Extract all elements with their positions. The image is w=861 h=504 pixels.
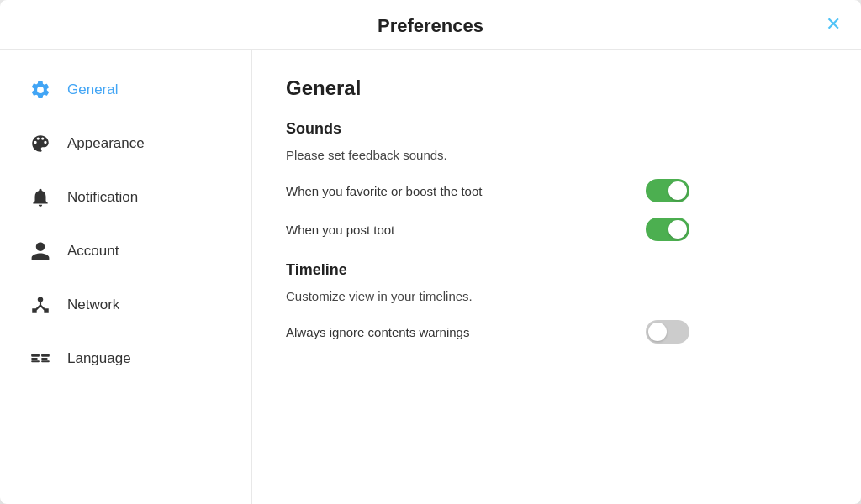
palette-icon [27, 130, 54, 157]
sounds-setting-row-2: When you post toot [286, 218, 689, 241]
sidebar-item-language-label: Language [67, 350, 131, 367]
language-icon [27, 345, 54, 372]
timeline-title: Timeline [286, 261, 827, 279]
timeline-description: Customize view in your timelines. [286, 289, 827, 303]
sounds-slider-1 [646, 179, 689, 202]
timeline-label-1: Always ignore contents warnings [286, 325, 469, 339]
sounds-description: Please set feedback sounds. [286, 148, 827, 162]
sidebar-item-account[interactable]: Account [0, 224, 251, 278]
timeline-toggle-1[interactable] [646, 320, 689, 344]
sidebar-item-language[interactable]: Language [0, 332, 251, 386]
svg-rect-4 [41, 358, 48, 360]
section-title: General [286, 76, 827, 100]
bell-icon [27, 184, 54, 211]
svg-rect-2 [31, 360, 40, 362]
sidebar-item-appearance-label: Appearance [67, 135, 145, 152]
main-content: General Sounds Please set feedback sound… [252, 50, 861, 504]
modal-title: Preferences [378, 15, 483, 37]
sidebar: General Appearance Notification [0, 50, 252, 504]
sidebar-item-appearance[interactable]: Appearance [0, 117, 251, 171]
sidebar-item-general-label: General [67, 81, 118, 98]
sounds-slider-2 [646, 218, 689, 241]
timeline-section: Timeline Customize view in your timeline… [286, 261, 827, 344]
modal-header: Preferences ✕ [0, 0, 861, 50]
sidebar-item-network-label: Network [67, 297, 119, 313]
sounds-title: Sounds [286, 120, 827, 138]
sidebar-item-account-label: Account [67, 243, 119, 260]
close-button[interactable]: ✕ [822, 12, 844, 37]
sounds-toggle-1[interactable] [646, 179, 689, 202]
timeline-setting-row-1: Always ignore contents warnings [286, 320, 689, 344]
svg-rect-5 [41, 360, 50, 362]
timeline-slider-1 [646, 320, 689, 344]
svg-rect-0 [31, 354, 40, 357]
gear-icon [27, 76, 54, 103]
svg-rect-1 [31, 358, 38, 360]
close-icon: ✕ [826, 15, 841, 34]
sidebar-item-notification-label: Notification [67, 189, 138, 206]
sounds-toggle-2[interactable] [646, 218, 689, 241]
sidebar-item-notification[interactable]: Notification [0, 171, 251, 224]
sounds-setting-row-1: When you favorite or boost the toot [286, 179, 689, 202]
sounds-section: Sounds Please set feedback sounds. When … [286, 120, 827, 241]
person-icon [27, 238, 54, 265]
sounds-label-2: When you post toot [286, 223, 394, 237]
preferences-modal: Preferences ✕ General [0, 0, 861, 504]
svg-rect-3 [41, 354, 50, 357]
sounds-label-1: When you favorite or boost the toot [286, 184, 482, 198]
sidebar-item-general[interactable]: General [0, 63, 251, 117]
network-icon [27, 291, 54, 318]
sidebar-item-network[interactable]: Network [0, 278, 251, 332]
modal-body: General Appearance Notification [0, 50, 861, 504]
